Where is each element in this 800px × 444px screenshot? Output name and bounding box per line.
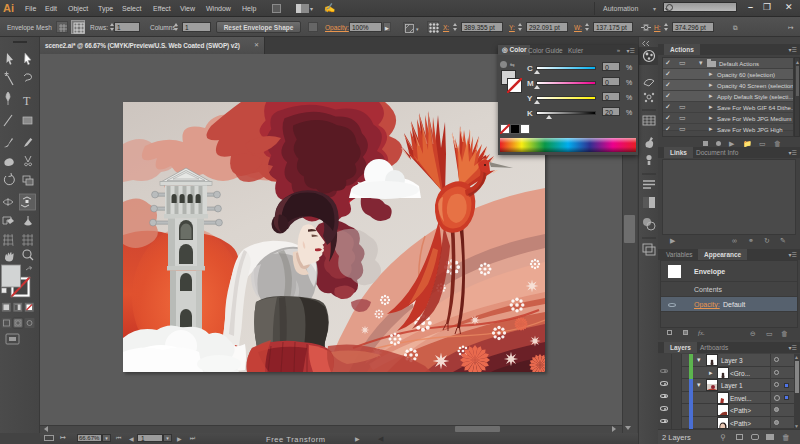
svg-text:T: T — [23, 94, 31, 108]
